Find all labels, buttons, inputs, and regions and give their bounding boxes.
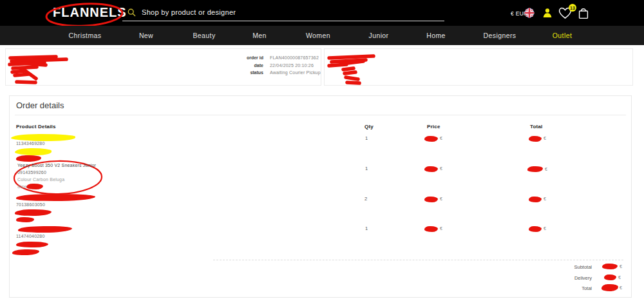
price-currency: € [440,166,442,171]
redaction-mark [26,184,43,189]
nav-item-beauty[interactable]: Beauty [193,32,215,39]
redaction-mark-total [529,226,542,232]
order-details-title: Order details [16,101,64,110]
order-info-panel: order id FLAN40000087657362 date 22/04/2… [5,48,321,86]
redaction-mark [16,193,95,201]
qty-value: 1 [365,166,368,171]
total-currency: € [544,197,546,201]
redaction-mark-subtotal [602,264,618,269]
search-input[interactable] [142,8,419,16]
price-currency: € [440,197,442,201]
product-id: 09143599260 [17,170,46,175]
redaction-mark-delivery [604,274,616,280]
redaction-mark [16,242,48,247]
nav-item-junior[interactable]: Junior [369,32,389,39]
order-date-value: 22/04/2025 20:10:26 [270,63,321,68]
redaction-mark [18,226,72,233]
nav-item-new[interactable]: New [139,32,153,39]
redaction-mark-total-sum [601,284,618,292]
redaction-mark-price [424,136,438,142]
main-nav: Christmas New Beauty Men Women Junior Ho… [0,26,644,45]
redaction-mark [15,209,52,217]
price-currency: € [440,226,442,231]
total-sum-currency: € [620,285,622,290]
logo-text[interactable]: FLANNELS [53,5,127,19]
product-name[interactable]: Yeezy Boost 350 V2 Sneakers Junior [17,163,96,168]
nav-item-outlet[interactable]: Outlet [553,32,572,39]
delivery-currency: € [618,275,621,280]
product-id: 70138603050 [16,202,45,207]
search-icon [128,8,136,17]
title-divider [15,115,626,115]
nav-item-designers[interactable]: Designers [484,32,516,39]
subtotal-label: Subtotal [552,264,592,270]
redaction-mark-total [529,136,542,142]
logo[interactable]: FLANNELS [53,5,127,20]
product-id: 11343469280 [16,141,45,146]
nav-item-women[interactable]: Women [306,32,330,39]
col-product-details: Product Details [16,124,56,130]
order-status-label: status [218,70,263,75]
nav-item-men[interactable]: Men [252,32,267,39]
redaction-mark-price [424,197,438,202]
delivery-label: Delivery [552,275,592,281]
highlight-mark [15,148,52,155]
product-size-label: Size [17,184,26,189]
order-id-value: FLAN40000087657362 [270,55,321,60]
top-header: FLANNELS € EUR [0,0,644,26]
redaction-mark [12,249,39,255]
flannels-order-page: FLANNELS € EUR [0,0,644,308]
col-qty: Qty [365,124,374,130]
order-details-section: Order details Product Details Qty Price … [9,95,632,298]
qty-value: 1 [365,135,368,141]
wishlist-count-badge: 13 [569,4,576,12]
summary-divider [213,260,623,260]
product-id: 11474040280 [16,234,45,238]
redaction-mark-total [529,197,542,202]
total-label: Total [552,285,592,291]
nav-item-christmas[interactable]: Christmas [69,32,102,39]
redaction-scribble [326,53,381,86]
total-currency: € [545,167,547,171]
redaction-mark-price [424,166,438,172]
wishlist-button[interactable]: 13 [558,7,573,19]
total-currency: € [544,136,546,140]
col-price: Price [427,124,440,130]
qty-value: 1 [365,226,368,231]
order-meta: order id FLAN40000087657362 date 22/04/2… [218,55,321,75]
total-currency: € [544,226,546,231]
order-date-label: date [218,63,263,68]
price-currency: € [440,136,442,140]
subtotal-currency: € [620,264,622,269]
redaction-mark-price [424,226,438,232]
order-status-value: Awaiting Courier Pickup [270,70,321,75]
col-total: Total [530,124,543,130]
delivery-info-panel [324,48,633,86]
uk-flag-icon[interactable] [524,8,535,18]
redaction-mark-total [527,166,543,173]
search-bar[interactable] [122,4,444,21]
redaction-mark [16,217,34,222]
nav-item-home[interactable]: Home [426,32,446,39]
order-id-label: order id [218,55,263,60]
account-icon[interactable] [542,8,553,18]
highlight-mark [11,134,75,141]
qty-value: 2 [365,196,367,202]
product-colour: Colour Carbon Beluga [17,177,64,182]
redaction-scribble [7,54,69,85]
bag-icon[interactable] [578,7,589,19]
